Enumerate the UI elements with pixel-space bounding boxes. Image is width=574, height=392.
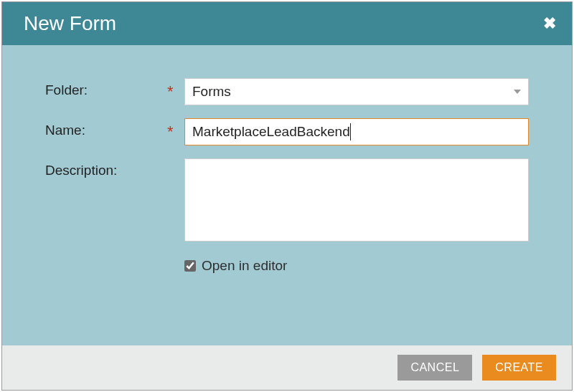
folder-select-value: Forms <box>192 84 231 100</box>
description-label: Description: <box>45 158 167 178</box>
dialog-titlebar: New Form ✖ <box>2 2 572 45</box>
dialog-body: Folder: * Forms Name: * MarketplaceLeadB… <box>2 45 572 345</box>
description-textarea[interactable] <box>184 158 529 242</box>
open-in-editor-label: Open in editor <box>202 258 287 274</box>
name-input-value: MarketplaceLeadBackend <box>192 124 350 140</box>
name-row: Name: * MarketplaceLeadBackend <box>45 118 529 145</box>
text-cursor <box>350 123 351 140</box>
folder-label: Folder: <box>45 78 167 98</box>
dialog-title: New Form <box>24 12 116 35</box>
new-form-dialog: New Form ✖ Folder: * Forms Name: * Marke… <box>1 1 573 391</box>
description-row: Description: <box>45 158 529 245</box>
open-in-editor-checkbox[interactable] <box>184 260 196 272</box>
name-label: Name: <box>45 118 167 138</box>
folder-select[interactable]: Forms <box>184 78 529 105</box>
create-button[interactable]: CREATE <box>482 355 556 381</box>
chevron-down-icon <box>514 90 521 94</box>
required-marker: * <box>167 118 184 141</box>
folder-row: Folder: * Forms <box>45 78 529 105</box>
cancel-button[interactable]: CANCEL <box>397 355 472 381</box>
dialog-footer: CANCEL CREATE <box>2 345 572 390</box>
name-input[interactable]: MarketplaceLeadBackend <box>184 118 529 145</box>
close-icon[interactable]: ✖ <box>543 16 556 32</box>
required-marker: * <box>167 78 184 101</box>
open-in-editor-row: Open in editor <box>184 258 529 274</box>
